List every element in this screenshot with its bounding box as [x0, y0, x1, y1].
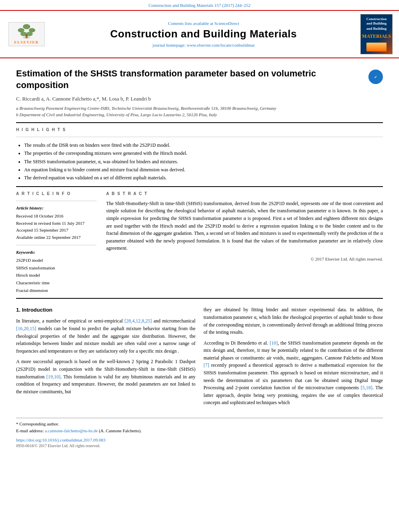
body-start-divider	[16, 298, 383, 299]
cover-decoration	[366, 43, 387, 51]
journal-header-center: Contents lists available at ScienceDirec…	[53, 21, 354, 48]
article-info-divider	[16, 201, 97, 201]
body-columns: 1. Introduction In literature, a number …	[16, 306, 383, 410]
highlights-divider	[16, 137, 383, 137]
intro-para-1: In literature, a number of empirical or …	[16, 317, 195, 355]
cover-title-text: Construction and Building	[363, 17, 390, 26]
article-title-section: ✓ Estimation of the SHStS transformation…	[16, 68, 383, 91]
ref-link[interactable]: [28,4,12,8,25]	[125, 318, 152, 324]
intro-para-4: According to Di Benedetto et al. [10], t…	[204, 339, 383, 407]
keyword-item: Hirsch model	[16, 271, 97, 279]
abstract-label: A B S T R A C T	[106, 191, 383, 197]
journal-citation-text: Construction and Building Materials 157 …	[148, 3, 251, 8]
keyword-item: SHStS transformation	[16, 264, 97, 272]
article-history-title: Article history:	[16, 205, 97, 211]
received-revised-date: Received in revised form 11 July 2017	[16, 220, 97, 227]
article-info-column: A R T I C L E I N F O Article history: R…	[16, 191, 97, 294]
footnote-email-link[interactable]: a.cannone-falchetto@tu-bs.de	[45, 428, 98, 433]
article-title: Estimation of the SHStS transformation p…	[16, 68, 383, 91]
ref-link[interactable]: [16,20,15]	[16, 326, 36, 331]
elsevier-logo: ELSEVIER	[6, 22, 47, 46]
received-date: Received 18 October 2016	[16, 213, 97, 220]
highlights-end-divider	[16, 186, 383, 187]
keywords-divider	[16, 245, 97, 245]
keywords-list: 2S2P1D model SHStS transformation Hirsch…	[16, 257, 97, 294]
highlight-item: The derived equation was validated on a …	[24, 174, 383, 182]
body-section: 1. Introduction In literature, a number …	[16, 306, 383, 410]
content-area: ✓ Estimation of the SHStS transformation…	[0, 58, 399, 458]
ref-link[interactable]: [19,10]	[46, 374, 60, 380]
abstract-column: A B S T R A C T The Shift-Homothety-Shif…	[106, 191, 383, 294]
crossmark-badge[interactable]: ✓	[368, 70, 383, 84]
intro-para-2: A more successful approach is based on t…	[16, 358, 195, 395]
highlight-item: The results of the DSR tests on binders …	[24, 141, 383, 149]
doi-link[interactable]: https://doi.org/10.1016/j.conbuildmat.20…	[16, 437, 383, 443]
doi-issn-area: https://doi.org/10.1016/j.conbuildmat.20…	[16, 437, 383, 449]
svg-point-6	[23, 37, 30, 39]
highlights-section: H I G H L I G H T S The results of the D…	[16, 127, 383, 182]
homepage-label: journal homepage:	[152, 43, 185, 47]
crossmark-icon: ✓	[368, 70, 383, 84]
affiliations: a Braunschweig Pavement Engineering Cent…	[16, 105, 383, 118]
journal-homepage: journal homepage: www.elsevier.com/locat…	[53, 42, 354, 48]
highlights-list: The results of the DSR tests on binders …	[16, 141, 383, 182]
accepted-date: Accepted 15 September 2017	[16, 227, 97, 234]
copyright-text: © 2017 Elsevier Ltd. All rights reserved…	[106, 256, 383, 262]
intro-title: 1. Introduction	[16, 306, 195, 314]
article-info-abstract-section: A R T I C L E I N F O Article history: R…	[16, 191, 383, 294]
ref-link[interactable]: [10]	[269, 340, 278, 346]
footnote-star: * Corresponding author.	[16, 421, 59, 426]
contents-available-text: Contents lists available at	[168, 21, 213, 26]
sciencedirect-text[interactable]: ScienceDirect	[214, 21, 239, 26]
keyword-item: Fractal dimension	[16, 287, 97, 294]
footnote-corresponding: * Corresponding author.	[16, 421, 383, 427]
affiliation-b: b Department of Civil and Industrial Eng…	[16, 111, 383, 118]
crossmark-svg: ✓	[370, 71, 382, 83]
journal-citation: Construction and Building Materials 157 …	[0, 0, 399, 10]
elsevier-wordmark: ELSEVIER	[14, 40, 39, 45]
authors-line: C. Riccardi a, A. Cannone Falchetto a,*,…	[16, 95, 383, 103]
article-info-label: A R T I C L E I N F O	[16, 191, 97, 197]
highlights-label: H I G H L I G H T S	[16, 127, 383, 133]
journal-header: ELSEVIER Contents lists available at Sci…	[0, 10, 399, 58]
highlight-item: The properties of the corresponding mixt…	[24, 149, 383, 157]
authors-text: C. Riccardi a, A. Cannone Falchetto a,*,…	[16, 96, 151, 102]
highlight-item: The SHStS transformation parameter, α, w…	[24, 158, 383, 166]
intro-para-3: they are obtained by fitting binder and …	[204, 306, 383, 336]
issn-line: 0950-0618/© 2017 Elsevier Ltd. All right…	[16, 443, 383, 449]
ref-link[interactable]: [7]	[204, 362, 209, 368]
svg-point-0	[23, 24, 30, 29]
cover-materials-text: MATERIALS	[362, 33, 391, 40]
body-column-right: they are obtained by fitting binder and …	[204, 306, 383, 410]
keyword-item: Characteristic time	[16, 279, 97, 287]
svg-text:✓: ✓	[374, 75, 377, 79]
keywords-title: Keywords:	[16, 249, 97, 255]
journal-title: Construction and Building Materials	[53, 27, 354, 41]
journal-cover-image: Construction and Building and Building M…	[360, 14, 393, 54]
available-online-date: Available online 22 September 2017	[16, 234, 97, 241]
cover-and-text: and Building	[366, 26, 387, 31]
section-divider	[16, 122, 383, 123]
elsevier-tree-icon	[14, 24, 39, 39]
homepage-url[interactable]: www.elsevier.com/locate/conbuildmat	[187, 43, 255, 47]
keyword-item: 2S2P1D model	[16, 257, 97, 264]
highlight-item: An equation linking α to binder content …	[24, 166, 383, 174]
abstract-text: The Shift-Homothety-Shift in time-Shift …	[106, 200, 383, 252]
footnote-area: * Corresponding author. E-mail address: …	[16, 418, 383, 434]
footnote-email: E-mail address: a.cannone-falchetto@tu-b…	[16, 427, 383, 434]
affiliation-a: a Braunschweig Pavement Engineering Cent…	[16, 105, 383, 112]
sciencedirect-link: Contents lists available at ScienceDirec…	[53, 21, 354, 27]
elsevier-logo-box: ELSEVIER	[8, 22, 45, 46]
footnote-email-suffix: (A. Cannone Falchetto).	[99, 428, 142, 433]
footnote-email-label: E-mail address:	[16, 428, 44, 433]
ref-link[interactable]: [5,18]	[361, 385, 372, 390]
body-column-left: 1. Introduction In literature, a number …	[16, 306, 195, 410]
